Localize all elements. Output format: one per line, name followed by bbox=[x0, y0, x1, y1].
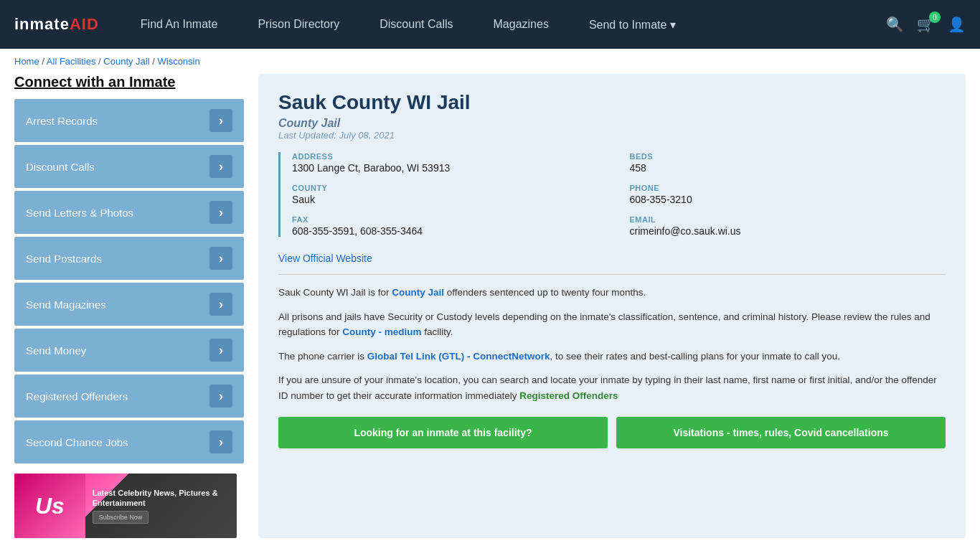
chevron-right-icon: › bbox=[209, 385, 232, 408]
desc-county-jail-link[interactable]: County Jail bbox=[392, 287, 444, 298]
fax-field: FAX 608-355-3591, 608-355-3464 bbox=[292, 215, 608, 237]
user-icon[interactable]: 👤 bbox=[948, 16, 966, 33]
desc-gtl-link[interactable]: Global Tel Link (GTL) - ConnectNetwork bbox=[367, 351, 550, 362]
ad-headline: Latest Celebrity News, Pictures & Entert… bbox=[93, 488, 230, 509]
desc-1-end: offenders sentenced up to twenty four mo… bbox=[444, 287, 646, 298]
breadcrumb-home[interactable]: Home bbox=[14, 56, 39, 67]
sidebar-item-label: Discount Calls bbox=[26, 161, 95, 173]
desc-1-start: Sauk County WI Jail bbox=[278, 287, 366, 298]
sidebar-item-label: Registered Offenders bbox=[26, 390, 128, 402]
beds-field: BEDS 458 bbox=[630, 152, 946, 174]
cart-badge: 0 bbox=[929, 11, 941, 23]
desc-registered-offenders-link[interactable]: Registered Offenders bbox=[519, 390, 618, 401]
sidebar-item-send-letters[interactable]: Send Letters & Photos › bbox=[14, 191, 244, 234]
nav-prison-directory[interactable]: Prison Directory bbox=[237, 0, 359, 49]
sidebar-item-registered-offenders[interactable]: Registered Offenders › bbox=[14, 375, 244, 418]
breadcrumb-wisconsin[interactable]: Wisconsin bbox=[157, 56, 199, 67]
sidebar-item-arrest-records[interactable]: Arrest Records › bbox=[14, 99, 244, 142]
desc-paragraph-1: Sauk County WI Jail is for County Jail o… bbox=[278, 285, 946, 301]
ad-subscribe-button[interactable]: Subscribe Now bbox=[93, 511, 149, 524]
facility-type: County Jail bbox=[278, 117, 946, 130]
ad-us-logo: Us bbox=[35, 493, 65, 519]
sidebar-item-label: Arrest Records bbox=[26, 115, 98, 127]
beds-label: BEDS bbox=[630, 152, 946, 161]
search-icon[interactable]: 🔍 bbox=[886, 16, 904, 33]
nav-send-to-inmate[interactable]: Send to Inmate ▾ bbox=[569, 0, 696, 49]
desc-2-end: facility. bbox=[422, 326, 453, 337]
sidebar-item-send-magazines[interactable]: Send Magazines › bbox=[14, 283, 244, 326]
chevron-right-icon: › bbox=[209, 293, 232, 316]
ad-logo-area: Us bbox=[14, 474, 85, 538]
phone-label: PHONE bbox=[630, 184, 946, 192]
sidebar: Connect with an Inmate Arrest Records › … bbox=[14, 74, 244, 538]
facility-last-updated: Last Updated: July 08, 2021 bbox=[278, 130, 946, 141]
sidebar-item-label: Second Chance Jobs bbox=[26, 436, 128, 448]
nav-find-inmate[interactable]: Find An Inmate bbox=[121, 0, 238, 49]
desc-paragraph-3: The phone carrier is Global Tel Link (GT… bbox=[278, 349, 946, 364]
bottom-buttons: Looking for an inmate at this facility? … bbox=[278, 417, 946, 448]
facility-title: Sauk County WI Jail bbox=[278, 91, 946, 114]
email-label: EMAIL bbox=[630, 215, 946, 224]
beds-value: 458 bbox=[630, 162, 946, 174]
sidebar-item-label: Send Letters & Photos bbox=[26, 207, 133, 219]
county-label: COUNTY bbox=[292, 184, 608, 192]
county-field: COUNTY Sauk bbox=[292, 184, 608, 205]
desc-paragraph-2: All prisons and jails have Security or C… bbox=[278, 309, 946, 340]
nav-magazines[interactable]: Magazines bbox=[473, 0, 569, 49]
desc-county-medium-link[interactable]: County - medium bbox=[342, 326, 421, 337]
address-field: ADDRESS 1300 Lange Ct, Baraboo, WI 53913 bbox=[292, 152, 608, 174]
sidebar-menu: Arrest Records › Discount Calls › Send L… bbox=[14, 99, 244, 463]
nav-discount-calls[interactable]: Discount Calls bbox=[359, 0, 473, 49]
sidebar-item-label: Send Magazines bbox=[26, 298, 106, 311]
cart-icon[interactable]: 🛒 0 bbox=[917, 16, 935, 33]
main-layout: Connect with an Inmate Arrest Records › … bbox=[0, 74, 980, 551]
visitations-button[interactable]: Visitations - times, rules, Covid cancel… bbox=[616, 417, 946, 448]
chevron-right-icon: › bbox=[209, 247, 232, 270]
breadcrumb-county-jail[interactable]: County Jail bbox=[103, 56, 149, 67]
chevron-right-icon: › bbox=[209, 339, 232, 362]
sidebar-item-discount-calls[interactable]: Discount Calls › bbox=[14, 145, 244, 188]
email-value: crimeinfo@co.sauk.wi.us bbox=[630, 225, 946, 237]
desc-3-start: The phone carrier is bbox=[278, 351, 367, 362]
view-website-link[interactable]: View Official Website bbox=[278, 253, 372, 264]
ad-banner: Us Latest Celebrity News, Pictures & Ent… bbox=[14, 474, 237, 538]
facility-content: Sauk County WI Jail County Jail Last Upd… bbox=[258, 74, 966, 538]
logo[interactable]: inmateAID bbox=[14, 15, 99, 34]
sidebar-title: Connect with an Inmate bbox=[14, 74, 244, 90]
phone-value: 608-355-3210 bbox=[630, 194, 946, 205]
chevron-right-icon: › bbox=[209, 109, 232, 132]
sidebar-item-second-chance-jobs[interactable]: Second Chance Jobs › bbox=[14, 420, 244, 463]
divider bbox=[278, 274, 946, 275]
facility-description: Sauk County WI Jail is for County Jail o… bbox=[278, 285, 946, 404]
logo-text: inmateAID bbox=[14, 15, 99, 34]
fax-label: FAX bbox=[292, 215, 608, 224]
desc-paragraph-4: If you are unsure of your inmate's locat… bbox=[278, 372, 946, 403]
chevron-right-icon: › bbox=[209, 430, 232, 453]
phone-field: PHONE 608-355-3210 bbox=[630, 184, 946, 205]
county-value: Sauk bbox=[292, 194, 608, 205]
sidebar-item-send-money[interactable]: Send Money › bbox=[14, 329, 244, 372]
chevron-right-icon: › bbox=[209, 201, 232, 224]
desc-3-end: , to see their rates and best-calling pl… bbox=[550, 351, 840, 362]
nav: Find An Inmate Prison Directory Discount… bbox=[121, 0, 886, 49]
facility-info-grid: ADDRESS 1300 Lange Ct, Baraboo, WI 53913… bbox=[278, 152, 946, 237]
address-label: ADDRESS bbox=[292, 152, 608, 161]
address-value: 1300 Lange Ct, Baraboo, WI 53913 bbox=[292, 162, 608, 174]
sidebar-item-label: Send Postcards bbox=[26, 253, 102, 265]
sidebar-item-label: Send Money bbox=[26, 344, 86, 357]
fax-value: 608-355-3591, 608-355-3464 bbox=[292, 225, 608, 237]
chevron-right-icon: › bbox=[209, 155, 232, 178]
email-field: EMAIL crimeinfo@co.sauk.wi.us bbox=[630, 215, 946, 237]
sidebar-item-send-postcards[interactable]: Send Postcards › bbox=[14, 237, 244, 280]
header: inmateAID Find An Inmate Prison Director… bbox=[0, 0, 980, 49]
ad-content: Latest Celebrity News, Pictures & Entert… bbox=[85, 482, 237, 530]
find-inmate-button[interactable]: Looking for an inmate at this facility? bbox=[278, 417, 608, 448]
nav-right: 🔍 🛒 0 👤 bbox=[886, 16, 966, 33]
breadcrumb-all-facilities[interactable]: All Facilities bbox=[47, 56, 96, 67]
breadcrumb: Home / All Facilities / County Jail / Wi… bbox=[0, 49, 980, 74]
